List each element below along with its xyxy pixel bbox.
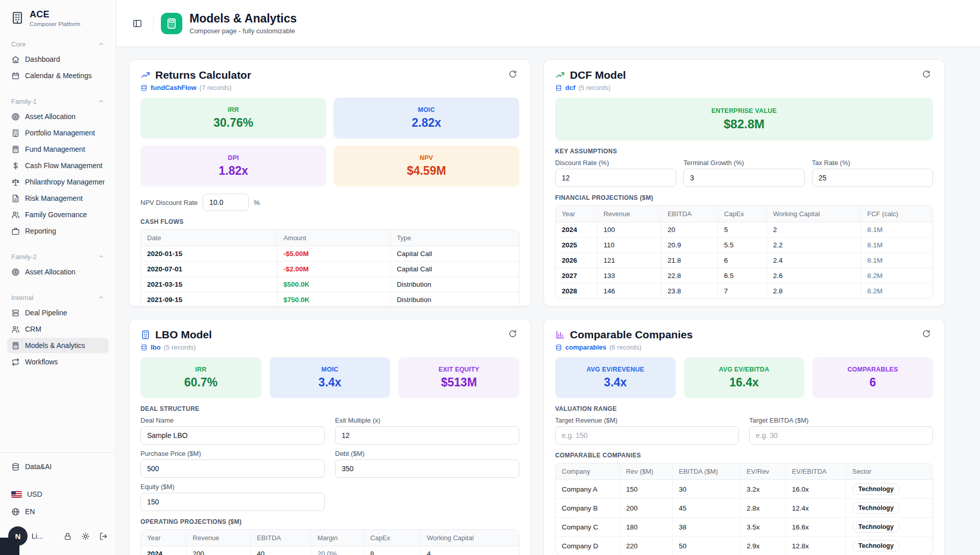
sidebar-group-header-family-1[interactable]: Family-1 [7, 97, 109, 106]
sidebar-item[interactable]: Reporting [7, 223, 109, 239]
column-header: Rev ($M) [619, 464, 672, 480]
field-input[interactable] [749, 426, 933, 445]
cell-revenue: 100 [597, 222, 661, 238]
sidebar-item[interactable]: Portfolio Management [7, 125, 109, 141]
app-name: ACE [30, 9, 80, 20]
metric-card: MOIC 2.82x [333, 98, 519, 138]
sidebar-item-label: Workflows [25, 358, 58, 366]
column-header: Margin [311, 530, 364, 546]
table-row: 2020-01-15 -$5.00M Capital Call [141, 246, 519, 262]
sidebar-item[interactable]: Risk Management [7, 191, 109, 206]
sidebar-item[interactable]: Philanthropy Management [7, 174, 109, 190]
sidebar-item[interactable]: Dashboard [7, 52, 109, 67]
sector-badge: Technology [852, 502, 900, 514]
field-input[interactable] [140, 459, 325, 478]
sidebar-item-label: Family Governance [25, 211, 87, 219]
sidebar-group-header-family-2[interactable]: Family-2 [7, 252, 109, 261]
sidebar-item[interactable]: Models & Analytics [7, 338, 109, 353]
cell-ebitda: 23.8 [661, 284, 718, 299]
language-selector[interactable]: EN [7, 504, 109, 519]
app-logo[interactable]: ACE Composer Platform [7, 9, 109, 27]
source-link[interactable]: comparables [565, 343, 606, 351]
cell-fcf: 8.2M [861, 284, 933, 299]
logout-icon[interactable] [99, 532, 108, 541]
percent-suffix: % [254, 199, 260, 206]
cell-revenue: 200 [186, 546, 251, 555]
refresh-icon[interactable] [922, 329, 933, 340]
refresh-icon[interactable] [508, 329, 519, 340]
data-source-row: lbo (5 records) [140, 343, 519, 351]
metric-label: AVG EV/REVENUE [586, 366, 644, 373]
metric-card: EXIT EQUITY $513M [398, 357, 519, 398]
sidebar-item-data-ai[interactable]: Data&AI [7, 459, 109, 474]
field-input[interactable] [555, 426, 739, 445]
sector-badge: Technology [852, 483, 900, 495]
sidebar-item[interactable]: Asset Allocation [7, 109, 109, 124]
form-field: Tax Rate (%) [812, 159, 933, 187]
building-icon [11, 129, 20, 137]
field-input[interactable] [335, 459, 519, 478]
database-icon [140, 84, 148, 91]
cell-ebitda: 22.8 [661, 268, 718, 284]
metric-value: 16.4x [729, 376, 759, 389]
sidebar-item[interactable]: Asset Allocation [7, 264, 109, 280]
field-input[interactable] [812, 169, 933, 187]
cell-working-capital: 4 [421, 546, 519, 555]
cell-ebitda: 20.9 [661, 238, 718, 253]
sidebar-item[interactable]: Family Governance [7, 207, 109, 222]
sidebar-item[interactable]: Calendar & Meetings [7, 68, 109, 83]
npv-discount-rate-input[interactable] [203, 194, 249, 211]
data-source-row: fundCashFlow (7 records) [140, 84, 519, 91]
sidebar-group-header-core[interactable]: Core [7, 39, 109, 49]
deal-structure-label: DEAL STRUCTURE [140, 405, 519, 412]
field-input[interactable] [140, 493, 325, 511]
users-icon [11, 325, 20, 334]
field-input[interactable] [683, 169, 804, 187]
cell-revenue: 121 [597, 253, 661, 268]
cell-year: 2027 [556, 268, 597, 284]
cell-revenue: 146 [597, 284, 661, 299]
table-header-row: YearRevenueEBITDAMarginCapExWorking Capi… [141, 530, 519, 546]
metric-label: COMPARABLES [847, 366, 898, 373]
panel-lbo-model: LBO Model lbo (5 records) IRR 60.7% MOIC [129, 319, 531, 555]
field-input[interactable] [140, 426, 325, 445]
refresh-icon[interactable] [508, 70, 519, 81]
lock-icon[interactable] [63, 532, 72, 541]
refresh-icon[interactable] [922, 70, 933, 81]
table-header-row: DateAmountType [141, 230, 519, 246]
cell-working-capital: 2 [767, 222, 861, 238]
database-icon [11, 462, 20, 471]
form-field: Exit Multiple (x) [335, 417, 519, 445]
enterprise-value-card: ENTERPRISE VALUE $82.8M [555, 98, 933, 141]
settings-gear-icon[interactable] [81, 532, 90, 541]
sidebar-group-header-internal[interactable]: Internal [7, 293, 109, 302]
group-label: Core [11, 40, 26, 48]
users-icon [11, 211, 20, 219]
form-field: Terminal Growth (%) [683, 159, 804, 187]
currency-selector[interactable]: USD [7, 487, 109, 502]
field-input[interactable] [335, 426, 519, 445]
panel-returns-calculator: Returns Calculator fundCashFlow (7 recor… [129, 59, 531, 307]
sidebar-item[interactable]: Deal Pipeline [7, 305, 109, 320]
sidebar-item[interactable]: Fund Management [7, 142, 109, 157]
field-input[interactable] [555, 169, 676, 187]
corner-widget[interactable] [0, 538, 19, 555]
financial-projections-table: YearRevenueEBITDACapExWorking CapitalFCF… [555, 205, 933, 299]
sidebar-item[interactable]: Cash Flow Management [7, 158, 109, 173]
source-link[interactable]: lbo [151, 343, 161, 351]
repeat-icon [11, 358, 20, 366]
chevron-up-icon [98, 294, 105, 301]
cell-ev-ebitda: 12.4x [785, 499, 846, 518]
sidebar-group-core: Core Dashboard Calendar & Meetings [7, 39, 109, 84]
group-label: Internal [11, 294, 33, 302]
column-header: Year [556, 206, 597, 222]
sidebar-toggle-button[interactable] [129, 15, 146, 32]
field-label: Debt ($M) [335, 450, 519, 457]
sidebar-item-label: Portfolio Management [25, 129, 95, 137]
sidebar-item[interactable]: Workflows [7, 354, 109, 369]
source-link[interactable]: fundCashFlow [151, 84, 197, 91]
cell-sector: Technology [846, 499, 933, 518]
source-link[interactable]: dcf [565, 84, 576, 91]
sidebar-item[interactable]: CRM [7, 321, 109, 337]
sidebar-item-label: Asset Allocation [25, 268, 76, 276]
